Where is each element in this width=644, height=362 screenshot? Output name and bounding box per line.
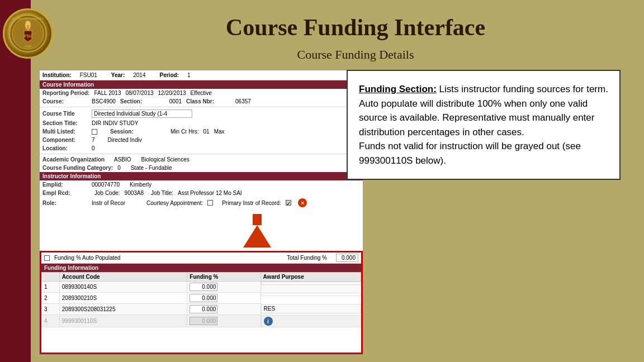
- row-funding[interactable]: [187, 315, 261, 327]
- multi-listed-row: Multi Listed: Session: Min Cr Hrs: 01 Ma…: [40, 127, 363, 136]
- class-nbr-value: 06357: [235, 98, 251, 104]
- course-title-row: Course Title: [40, 108, 363, 119]
- row-account: 0899300140S: [59, 282, 187, 293]
- job-code-value: 9003A8: [125, 190, 144, 196]
- fsu-logo: FSU 1851 FLORIDA STATE UNIVERSITY: [3, 8, 53, 59]
- course-title-input[interactable]: [92, 109, 192, 118]
- funding-section-box: Funding % Auto Populated Total Funding %…: [40, 251, 363, 354]
- reporting-period-value: FALL 2013: [94, 90, 121, 96]
- row-purpose: i: [261, 315, 361, 327]
- callout-bold-label: Funding Section:: [359, 84, 437, 94]
- course-row: Course: BSC4900 Section: 0001 Class Nbr:…: [40, 97, 363, 106]
- row-funding[interactable]: [187, 282, 261, 293]
- auto-populated-label: Funding % Auto Populated: [54, 255, 120, 261]
- table-row: 10899300140S: [42, 282, 361, 293]
- funding-table: Account Code Funding % Award Purpose 108…: [41, 272, 361, 327]
- section-title-row: Section Title: DIR INDIV STUDY: [40, 119, 363, 127]
- course-label: Course:: [42, 98, 87, 104]
- row-num: 3: [42, 304, 60, 315]
- auto-populated-checkbox[interactable]: [44, 255, 50, 261]
- funding-category-value: 0: [117, 165, 121, 171]
- emplid-label: Emplid:: [42, 182, 87, 188]
- emplid-value: 000074770: [92, 182, 120, 188]
- role-row: Role: Instr of Recor Courtesy Appointmen…: [40, 197, 363, 208]
- date1: 08/07/2013: [125, 90, 153, 96]
- table-row: 49999300110Si: [42, 315, 361, 327]
- arrow-container: [240, 214, 274, 247]
- year-label: Year:: [111, 72, 125, 78]
- sub-title: Course Funding Details: [89, 47, 622, 62]
- section-label: Section:: [120, 98, 165, 104]
- col-purpose: Award Purpose: [261, 273, 361, 282]
- table-row: 22089300210S: [42, 293, 361, 304]
- row-funding[interactable]: [187, 304, 261, 315]
- main-title: Course Funding Interface: [89, 14, 622, 41]
- location-row: Location: 0: [40, 144, 363, 153]
- effective-label: Effective: [191, 90, 212, 96]
- row-funding[interactable]: [187, 293, 261, 304]
- role-value: Instr of Recor: [92, 200, 125, 206]
- row-account: 2089300210S: [59, 293, 187, 304]
- section-value: 0001: [169, 98, 182, 104]
- course-info-header: Course Information: [40, 80, 363, 89]
- year-value: 2014: [133, 72, 145, 78]
- row-num: 4: [42, 315, 60, 327]
- date2: 12/20/2013: [158, 90, 186, 96]
- emplid-row: Emplid: 000074770 Kimberly: [40, 180, 363, 189]
- callout-box: Funding Section: Lists instructor fundin…: [347, 70, 621, 180]
- component-value: 7: [92, 137, 95, 143]
- reporting-period-label: Reporting Period:: [42, 90, 89, 96]
- max-label: Max: [214, 128, 225, 135]
- funding-category-desc: State - Fundable: [131, 165, 172, 171]
- multi-listed-label: Multi Listed:: [42, 128, 87, 135]
- academic-org-label: Academic Organization: [42, 156, 110, 163]
- arrow-up: [243, 225, 271, 247]
- total-funding-label: Total Funding %: [287, 255, 327, 261]
- row-num: 1: [42, 282, 60, 293]
- row-purpose: [261, 293, 361, 296]
- empl-rcd-label: Empl Rcd:: [42, 190, 87, 196]
- callout-text: Funding Section: Lists instructor fundin…: [359, 82, 608, 168]
- svg-text:FSU: FSU: [24, 34, 32, 38]
- total-funding-value: 0.000: [336, 254, 358, 262]
- funding-category-label: Course Funding Category:: [42, 165, 113, 171]
- name-value: Kimberly: [130, 182, 151, 188]
- row-account: 9999300110S: [59, 315, 187, 327]
- period-label: Period:: [160, 72, 179, 78]
- course-title-label: Course Title: [42, 111, 87, 117]
- job-code-label: Job Code:: [94, 190, 120, 196]
- row-num: 2: [42, 293, 60, 304]
- col-account: Account Code: [59, 273, 187, 282]
- info-icon[interactable]: i: [264, 317, 273, 326]
- location-value: 0: [92, 145, 95, 151]
- screenshot-area: Institution: FSU01 Year: 2014 Period: 1 …: [39, 70, 363, 355]
- courtesy-appt-checkbox[interactable]: [207, 200, 213, 206]
- callout-description: Lists instructor funding sources for ter…: [359, 84, 608, 166]
- class-nbr-label: Class Nbr:: [186, 98, 231, 104]
- arrow-stem: [253, 214, 262, 225]
- funding-auto-bar: Funding % Auto Populated Total Funding %…: [41, 253, 361, 264]
- primary-instr-checkbox[interactable]: ✓: [286, 200, 291, 206]
- row-purpose: RES: [261, 304, 361, 313]
- instructor-info-header: Instructor Information: [40, 172, 363, 180]
- component-label: Component:: [42, 137, 87, 143]
- cancel-icon[interactable]: ✕: [298, 198, 307, 207]
- multi-listed-checkbox[interactable]: [92, 129, 97, 135]
- institution-value: FSU01: [80, 72, 97, 78]
- col-funding: Funding %: [187, 273, 261, 282]
- primary-instr-label: Primary Instr of Record:: [222, 200, 281, 206]
- job-title-value: Asst Professor 12 Mo SAI: [178, 190, 242, 196]
- component-desc: Directed Indiv: [108, 137, 142, 143]
- table-row: 32089300S208031225RES: [42, 304, 361, 315]
- academic-org-value: ASBIO: [114, 156, 131, 163]
- courtesy-appt-label: Courtesy Appointment:: [146, 200, 203, 206]
- svg-text:1851: 1851: [24, 45, 32, 48]
- row-account: 2089300S208031225: [59, 304, 187, 315]
- role-label: Role:: [42, 200, 87, 206]
- ss-top-bar: Institution: FSU01 Year: 2014 Period: 1: [40, 70, 363, 80]
- section-title-value: DIR INDIV STUDY: [92, 120, 138, 126]
- academic-org-desc: Biological Sciences: [141, 156, 190, 163]
- academic-org-row: Academic Organization ASBIO Biological S…: [40, 155, 363, 164]
- min-cr-hrs-value: 01: [203, 128, 210, 135]
- funding-category-row: Course Funding Category: 0 State - Funda…: [40, 164, 363, 172]
